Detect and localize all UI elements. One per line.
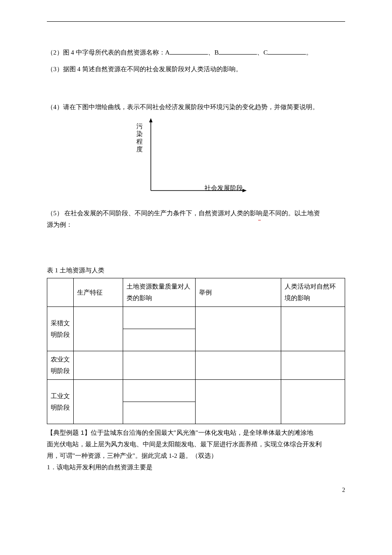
chart-blank-axes: 污染程度 社会发展阶段 — [47, 118, 345, 199]
q2-sep1: 、B — [208, 49, 219, 56]
row1-l1: 农业文 — [51, 356, 70, 363]
cell — [195, 351, 281, 380]
table-row: 工业文 明阶段 — [47, 380, 345, 402]
chart-x-label: 社会发展阶段 — [205, 182, 243, 194]
cell — [74, 380, 123, 424]
land-resource-table: 生产特征 土地资源数量质量对人类的影响 举例 人类活动对自然环境的影响 采猎文 … — [47, 278, 345, 424]
cell — [74, 307, 123, 351]
example-title: 【典型例题 1】 — [47, 429, 91, 436]
cell — [281, 380, 345, 424]
q5-line1-end: 是不同的。以土地资 — [262, 210, 320, 217]
row0-label: 采猎文 明阶段 — [47, 307, 74, 351]
cell — [123, 402, 195, 424]
svg-marker-1 — [149, 118, 153, 122]
table-row: 农业文 明阶段 — [47, 351, 345, 380]
chart-y-label: 污染程度 — [136, 122, 143, 153]
table-row: 采猎文 明阶段 — [47, 307, 345, 329]
question-4: （4）请在下图中增绘曲线，表示不同社会经济发展阶段中环境污染的变化趋势，并做简要… — [47, 101, 345, 113]
q5-line1: （5） 在社会发展的不同阶段、不同的生产力条件下，自然资源对人类的影 — [47, 210, 256, 217]
cell — [74, 351, 123, 380]
q5-wavy-char: 响 — [256, 208, 262, 219]
example-body-3: 用，可谓"一种资源，三种产业"。据此完成 1-2 题。（双选） — [47, 452, 217, 459]
header-blank — [47, 278, 74, 307]
table-header-row: 生产特征 土地资源数量质量对人类的影响 举例 人类活动对自然环境的影响 — [47, 278, 345, 307]
cell — [123, 351, 195, 380]
question-5: （5） 在社会发展的不同阶段、不同的生产力条件下，自然资源对人类的影响是不同的。… — [47, 208, 345, 231]
blank-b — [219, 48, 257, 55]
cell — [123, 329, 195, 351]
header-col2: 土地资源数量质量对人类的影响 — [123, 278, 195, 307]
row2-l1: 工业文 — [51, 393, 70, 399]
question-2: （2）图 4 中字母所代表的自然资源名称：A、B、C。 — [47, 47, 345, 58]
row2-label: 工业文 明阶段 — [47, 380, 74, 424]
q2-prefix: （2）图 4 中字母所代表的自然资源名称：A — [47, 49, 170, 56]
example-q1: 1．该电站开发利用的自然资源主要是 — [47, 464, 153, 471]
q2-end: 。 — [306, 49, 312, 56]
page-number: 2 — [342, 485, 345, 495]
header-rule — [47, 21, 345, 22]
row2-l2: 明阶段 — [51, 404, 70, 411]
cell — [195, 380, 281, 424]
cell — [123, 380, 195, 402]
example-body-1: 位于盐城东台沿海的全国最大"风光渔"一体化发电站，是全球单体最大的滩涂地 — [91, 429, 313, 436]
cell — [123, 307, 195, 329]
row1-label: 农业文 明阶段 — [47, 351, 74, 380]
row0-l1: 采猎文 — [51, 320, 70, 327]
row1-l2: 明阶段 — [51, 367, 70, 374]
q2-sep2: 、C — [257, 49, 268, 56]
example-block: 【典型例题 1】位于盐城东台沿海的全国最大"风光渔"一体化发电站，是全球单体最大… — [47, 427, 345, 473]
table-caption: 表 1 土地资源与人类 — [47, 265, 345, 276]
header-col4: 人类活动对自然环境的影响 — [281, 278, 345, 307]
q5-line2: 源为例： — [47, 221, 72, 228]
blank-c — [268, 48, 306, 55]
example-body-2: 面光伏电站，最上层为风力发电、中间是太阳能发电、最下层进行水面养殖，实现立体综合… — [47, 441, 322, 448]
cell — [281, 351, 345, 380]
svg-marker-3 — [242, 189, 247, 192]
row0-l2: 明阶段 — [51, 331, 70, 338]
header-col3: 举例 — [195, 278, 281, 307]
header-col1: 生产特征 — [74, 278, 123, 307]
cell — [195, 307, 281, 351]
question-3: （3）据图 4 简述自然资源在不同的社会发展阶段对人类活动的影响。 — [47, 64, 345, 75]
blank-a — [170, 48, 208, 55]
cell — [281, 307, 345, 351]
